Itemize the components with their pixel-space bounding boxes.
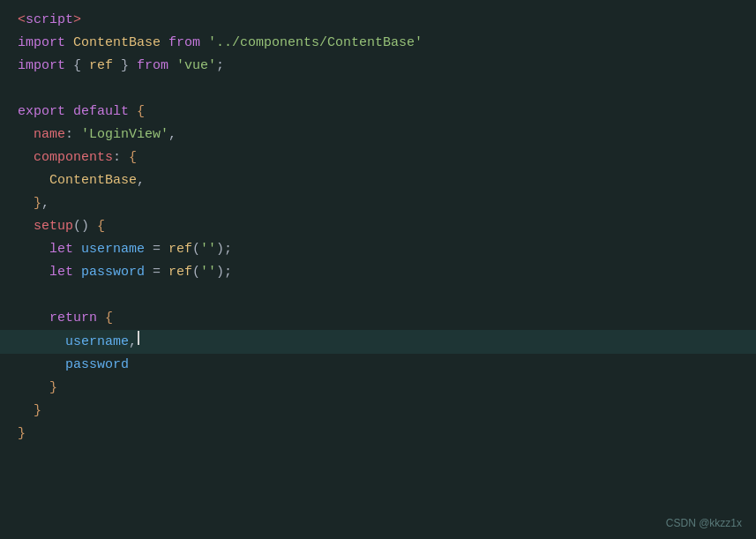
ref-id: ref xyxy=(89,56,113,77)
loginview-string: 'LoginView' xyxy=(81,124,168,146)
ref-call-2: ref xyxy=(168,262,192,283)
code-editor: <script> import ContentBase from '../com… xyxy=(0,0,756,539)
ref-args-1: ( xyxy=(192,239,200,260)
code-line-3: import { ref } from 'vue'; xyxy=(0,55,756,78)
import-kw-2: import xyxy=(18,56,73,77)
indent-15 xyxy=(18,332,65,353)
comma-8: , xyxy=(137,170,145,191)
code-line-13 xyxy=(0,284,756,307)
ref-args-2: ( xyxy=(192,262,200,283)
eq-1: = xyxy=(145,239,168,260)
ref-call-1: ref xyxy=(168,239,192,260)
components-brace-open: { xyxy=(129,147,137,168)
indent-8 xyxy=(18,170,49,191)
tag-close: > xyxy=(73,10,81,31)
setup-parens: () xyxy=(73,216,97,237)
code-line-8: ContentBase, xyxy=(0,169,756,192)
vue-string: 'vue' xyxy=(176,56,216,77)
code-line-9: }, xyxy=(0,192,756,215)
indent-12 xyxy=(18,262,49,283)
let-kw-1: let xyxy=(49,239,81,260)
code-line-17: } xyxy=(0,377,756,400)
eq-2: = xyxy=(145,262,168,283)
code-line-4 xyxy=(0,78,756,101)
brace-close-1: } xyxy=(113,56,137,77)
semicolon-1: ; xyxy=(216,56,224,77)
indent-17 xyxy=(18,378,49,399)
code-line-11: let username = ref(''); xyxy=(0,238,756,261)
indent-7 xyxy=(18,147,34,168)
colon-7: : xyxy=(113,147,129,168)
indent-10 xyxy=(18,216,34,237)
indent-6 xyxy=(18,124,34,146)
comma-9: , xyxy=(41,193,49,214)
return-username: username xyxy=(65,332,129,353)
comma-15: , xyxy=(129,332,137,353)
ref-close-2: ); xyxy=(216,262,232,283)
watermark: CSDN @kkzz1x xyxy=(666,515,742,532)
name-prop: name xyxy=(34,124,65,146)
contentbase-component: ContentBase xyxy=(49,170,137,191)
return-password: password xyxy=(65,355,129,376)
code-line-16: password xyxy=(0,354,756,377)
empty-string-1: '' xyxy=(200,239,216,260)
code-line-5: export default { xyxy=(0,101,756,124)
setup-prop: setup xyxy=(34,216,73,237)
code-line-12: let password = ref(''); xyxy=(0,261,756,284)
code-line-6: name: 'LoginView', xyxy=(0,124,756,146)
from-kw-2: from xyxy=(137,56,176,77)
comma-6: , xyxy=(168,124,176,146)
code-line-7: components: { xyxy=(0,146,756,169)
from-kw-1: from xyxy=(168,33,208,54)
setup-brace-open: { xyxy=(97,216,105,237)
import-path-1: '../components/ContentBase' xyxy=(208,33,423,54)
indent-11 xyxy=(18,239,49,260)
colon-6: : xyxy=(65,124,81,146)
code-line-2: import ContentBase from '../components/C… xyxy=(0,32,756,55)
text-cursor xyxy=(138,331,139,345)
contentbase-id: ContentBase xyxy=(73,33,168,54)
indent-9 xyxy=(18,193,34,214)
code-line-18: } xyxy=(0,400,756,423)
password-var: password xyxy=(81,262,145,283)
return-brace-close: } xyxy=(49,378,57,399)
export-kw: export xyxy=(18,101,73,123)
empty-string-2: '' xyxy=(200,262,216,283)
code-line-19: } xyxy=(0,423,756,445)
username-var: username xyxy=(81,239,145,260)
indent-18 xyxy=(18,401,34,422)
code-line-10: setup() { xyxy=(0,215,756,238)
return-brace-open: { xyxy=(105,308,113,329)
code-line-14: return { xyxy=(0,307,756,330)
default-kw: default xyxy=(73,101,137,123)
brace-open-1: { xyxy=(73,56,89,77)
tag-open: < xyxy=(18,10,26,31)
script-keyword: script xyxy=(26,10,73,31)
import-kw-1: import xyxy=(18,33,73,54)
return-kw: return xyxy=(49,308,105,329)
indent-16 xyxy=(18,355,65,376)
export-brace-open: { xyxy=(137,101,145,123)
code-line-15: username, xyxy=(0,330,756,354)
export-brace-close: } xyxy=(18,423,26,445)
components-prop: components xyxy=(34,147,113,168)
ref-close-1: ); xyxy=(216,239,232,260)
let-kw-2: let xyxy=(49,262,81,283)
indent-14 xyxy=(18,308,49,329)
setup-brace-close: } xyxy=(34,401,41,422)
components-brace-close: } xyxy=(34,193,41,214)
code-line-1: <script> xyxy=(0,9,756,32)
